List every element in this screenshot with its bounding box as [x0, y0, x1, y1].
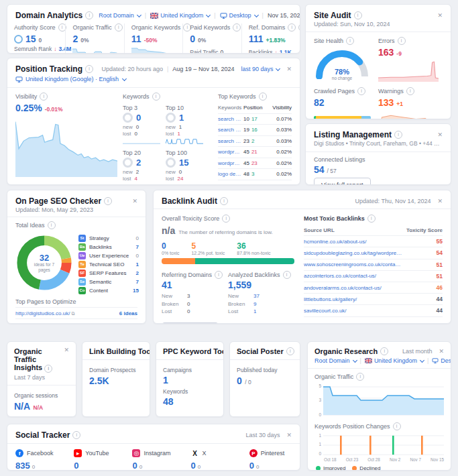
view-full-report-button[interactable]: View full report: [314, 178, 371, 185]
info-icon[interactable]: [233, 23, 241, 32]
stat-change: +1.83%: [266, 37, 285, 44]
x-stat: X 00: [183, 449, 241, 471]
info-icon[interactable]: [356, 373, 364, 381]
legend-item: StStrategy0: [78, 234, 139, 242]
info-icon[interactable]: [152, 93, 160, 101]
country-dropdown[interactable]: United Kingdom: [365, 357, 424, 364]
info-icon[interactable]: [367, 215, 376, 223]
info-icon[interactable]: [85, 11, 93, 19]
scope-dropdown[interactable]: Root Domain: [314, 357, 357, 364]
errors-value[interactable]: 163: [378, 47, 394, 58]
pinterest-value[interactable]: 0: [249, 461, 254, 471]
info-icon[interactable]: [85, 65, 93, 73]
bucket-value[interactable]: 15: [179, 158, 188, 168]
source-url-link[interactable]: littlebuttons.uk/gallery/: [304, 296, 402, 302]
close-icon[interactable]: [437, 132, 443, 138]
locale-dropdown[interactable]: United Kingdom (Google) · English: [7, 76, 300, 87]
facebook-value[interactable]: 835: [15, 461, 30, 471]
crawled-pages-bar: [314, 116, 371, 119]
close-icon[interactable]: [437, 13, 443, 19]
analyzed-backlinks-value[interactable]: 1,559: [228, 280, 294, 290]
table-row: andoveralarms.co.uk/contact-us/46: [304, 282, 443, 294]
country-dropdown[interactable]: United Kingdom: [150, 12, 210, 19]
keyword-link[interactable]: wordpress web desi...: [218, 149, 242, 155]
total-ideas-value[interactable]: 32: [40, 253, 49, 262]
close-icon[interactable]: [286, 66, 292, 72]
bucket-value[interactable]: 2: [136, 158, 141, 168]
published-today-value[interactable]: 0: [237, 375, 242, 386]
info-icon[interactable]: [104, 197, 112, 205]
info-icon[interactable]: [380, 347, 388, 355]
instagram-value[interactable]: 0: [132, 461, 137, 471]
close-icon[interactable]: [64, 347, 69, 353]
source-url-link[interactable]: savillecourt.co.uk/: [304, 308, 402, 314]
connected-listings-value[interactable]: 54: [314, 164, 325, 175]
device-dropdown[interactable]: Desktop: [432, 357, 451, 364]
errors-change: -9: [396, 50, 402, 57]
organic-keywords-sparkline: [131, 46, 176, 54]
site-health-value: 78%: [314, 68, 370, 76]
page-ideas-link[interactable]: 5 ideas: [119, 322, 137, 324]
info-icon[interactable]: [283, 271, 291, 279]
page-url-link[interactable]: https://digistudios.co.uk/social-media-p…: [15, 322, 115, 324]
page-url-link[interactable]: http://digistudios.co.uk/: [15, 310, 115, 316]
info-icon[interactable]: [222, 215, 230, 223]
network-icon[interactable]: [298, 23, 300, 32]
source-url-link[interactable]: sidcupdoubleglazing.co.uk/tag/wordpress/: [304, 250, 402, 256]
legend-item: TeTechnical SEO1: [78, 260, 139, 268]
info-icon[interactable]: [48, 221, 56, 229]
keyword-link[interactable]: logo design hampshire: [218, 171, 242, 177]
most-toxic-label: Most Toxic Backlinks: [304, 215, 365, 222]
info-icon[interactable]: [40, 93, 48, 101]
x-value[interactable]: 0: [191, 461, 196, 471]
info-icon[interactable]: [398, 37, 406, 45]
info-icon[interactable]: [357, 87, 365, 95]
bucket-value[interactable]: 1: [179, 113, 184, 123]
keyword-link[interactable]: search engine optimi...: [218, 127, 242, 133]
info-icon[interactable]: [286, 347, 294, 355]
referring-domains-value[interactable]: 41: [162, 280, 228, 290]
period-dropdown[interactable]: last 90 days: [241, 66, 280, 72]
stat-change: 0%: [198, 37, 206, 44]
info-icon[interactable]: [215, 271, 223, 279]
bucket-value[interactable]: 0: [136, 113, 141, 123]
device-dropdown[interactable]: Desktop: [220, 12, 258, 19]
page-ideas-link[interactable]: 6 ideas: [119, 310, 137, 316]
info-icon[interactable]: [259, 93, 267, 101]
close-icon[interactable]: [437, 198, 443, 204]
campaigns-value[interactable]: 1: [163, 375, 217, 385]
keywords-value[interactable]: 48: [163, 396, 217, 407]
info-icon[interactable]: [220, 197, 228, 205]
view-full-report-button[interactable]: View full report: [162, 322, 219, 324]
scope-dropdown[interactable]: Root Domain: [99, 12, 141, 19]
table-header: Keywords Position Visibility: [218, 103, 292, 114]
source-url-link[interactable]: andoveralarms.co.uk/contact-us/: [304, 285, 402, 291]
close-icon[interactable]: [132, 198, 137, 204]
keyword-link[interactable]: search engine consu...: [218, 138, 242, 144]
info-icon[interactable]: [346, 37, 354, 45]
domain-prospects-value[interactable]: 2.5K: [89, 375, 109, 386]
info-icon[interactable]: [44, 365, 52, 373]
backlinks-value[interactable]: 1.1K: [280, 49, 292, 54]
top10-sparkline: [166, 137, 203, 145]
close-icon[interactable]: [286, 432, 292, 438]
source-url-link[interactable]: azcointeriors.co.uk/contact-us/: [304, 273, 402, 279]
instagram-stat: Instagram 00: [124, 449, 182, 471]
source-url-link[interactable]: hcmonline.co.uk/about-us/: [304, 239, 402, 245]
youtube-value[interactable]: 0: [74, 461, 78, 471]
keyword-link[interactable]: wordpress website d...: [218, 160, 242, 166]
warnings-value[interactable]: 133: [378, 97, 394, 108]
close-icon[interactable]: [439, 349, 444, 355]
crawled-pages-value[interactable]: 82: [314, 97, 325, 108]
info-icon[interactable]: [394, 131, 402, 139]
info-icon[interactable]: [115, 23, 123, 32]
info-icon[interactable]: [354, 11, 362, 19]
keyword-link[interactable]: search engine optimi...: [218, 116, 242, 122]
stat-value: 11: [131, 34, 141, 44]
info-icon[interactable]: [72, 431, 80, 439]
info-icon[interactable]: [406, 87, 414, 95]
source-url-link[interactable]: www.sohoscreeningrooms.co.uk/contact-us/: [304, 261, 402, 267]
info-icon[interactable]: [393, 422, 401, 430]
info-icon[interactable]: [288, 23, 296, 32]
gauge-icon: [14, 35, 23, 44]
